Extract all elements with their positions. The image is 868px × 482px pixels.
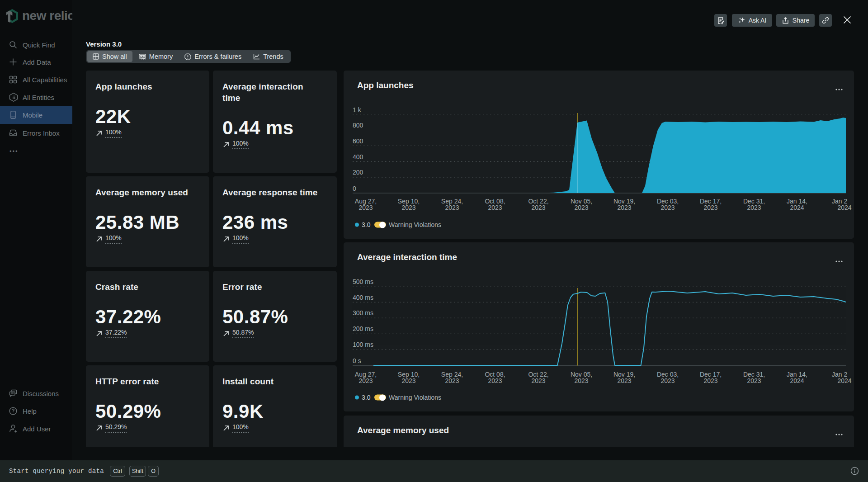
svg-text:800: 800 bbox=[353, 122, 363, 129]
svg-text:300 ms: 300 ms bbox=[353, 309, 373, 317]
svg-text:2024: 2024 bbox=[790, 377, 804, 384]
svg-text:2023: 2023 bbox=[617, 204, 631, 211]
svg-text:400 ms: 400 ms bbox=[353, 294, 373, 301]
svg-text:100 ms: 100 ms bbox=[353, 341, 373, 348]
svg-text:500 ms: 500 ms bbox=[353, 278, 373, 285]
svg-text:2023: 2023 bbox=[574, 377, 588, 384]
svg-text:2023: 2023 bbox=[703, 204, 717, 211]
svg-text:2023: 2023 bbox=[531, 204, 545, 211]
svg-text:2023: 2023 bbox=[617, 377, 631, 384]
svg-text:2023: 2023 bbox=[359, 377, 373, 384]
svg-text:Warning Violations: Warning Violations bbox=[389, 221, 441, 228]
svg-text:2023: 2023 bbox=[703, 377, 717, 384]
svg-text:2024: 2024 bbox=[790, 204, 804, 211]
svg-text:3.0: 3.0 bbox=[362, 221, 371, 228]
svg-text:2023: 2023 bbox=[660, 377, 675, 384]
svg-text:2023: 2023 bbox=[660, 204, 675, 211]
svg-text:200: 200 bbox=[353, 169, 363, 176]
svg-text:0 s: 0 s bbox=[353, 357, 361, 364]
svg-text:2023: 2023 bbox=[445, 377, 459, 384]
svg-text:2024: 2024 bbox=[837, 377, 851, 384]
svg-text:2023: 2023 bbox=[401, 204, 415, 211]
svg-text:2023: 2023 bbox=[445, 204, 459, 211]
svg-text:2024: 2024 bbox=[837, 204, 851, 211]
svg-text:3.0: 3.0 bbox=[362, 394, 371, 401]
svg-text:2023: 2023 bbox=[401, 377, 415, 384]
svg-text:600: 600 bbox=[353, 137, 363, 145]
svg-text:0: 0 bbox=[353, 185, 356, 192]
svg-text:Warning Violations: Warning Violations bbox=[389, 394, 441, 401]
svg-text:2023: 2023 bbox=[359, 204, 373, 211]
svg-text:1 k: 1 k bbox=[353, 106, 362, 113]
svg-text:200 ms: 200 ms bbox=[353, 325, 373, 332]
svg-text:2023: 2023 bbox=[747, 204, 761, 211]
svg-text:2023: 2023 bbox=[488, 204, 502, 211]
svg-text:2023: 2023 bbox=[747, 377, 761, 384]
svg-text:2023: 2023 bbox=[574, 204, 588, 211]
svg-text:2023: 2023 bbox=[531, 377, 545, 384]
svg-text:2023: 2023 bbox=[488, 377, 502, 384]
svg-text:400: 400 bbox=[353, 153, 363, 161]
